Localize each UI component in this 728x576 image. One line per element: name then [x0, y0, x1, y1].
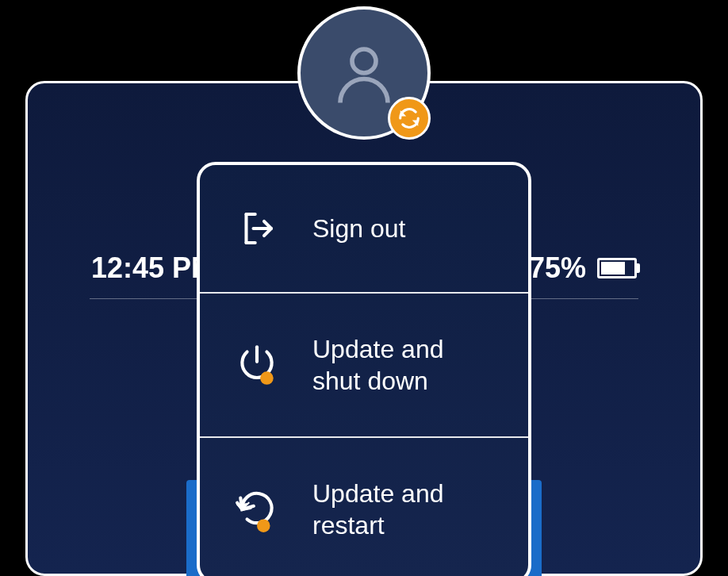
svg-point-0 — [352, 49, 376, 73]
update-restart-item[interactable]: Update and restart — [200, 438, 528, 576]
sign-out-icon — [233, 205, 281, 252]
power-menu: Sign out Update and shut down Update and… — [197, 162, 531, 576]
sync-badge — [388, 97, 431, 140]
sign-out-label: Sign out — [312, 213, 405, 244]
svg-point-1 — [260, 371, 274, 385]
power-update-icon — [233, 341, 281, 389]
battery-status: 75% — [529, 252, 637, 285]
sync-icon — [397, 106, 421, 130]
person-icon — [328, 37, 400, 109]
svg-point-2 — [257, 519, 270, 532]
update-shutdown-item[interactable]: Update and shut down — [200, 294, 528, 438]
user-avatar-container — [297, 6, 431, 140]
update-restart-label: Update and restart — [312, 478, 495, 541]
battery-icon — [597, 258, 637, 278]
battery-percent: 75% — [529, 252, 586, 285]
update-shutdown-label: Update and shut down — [312, 333, 495, 397]
sign-out-item[interactable]: Sign out — [200, 165, 528, 294]
user-avatar[interactable] — [297, 6, 431, 140]
restart-update-icon — [233, 486, 281, 533]
